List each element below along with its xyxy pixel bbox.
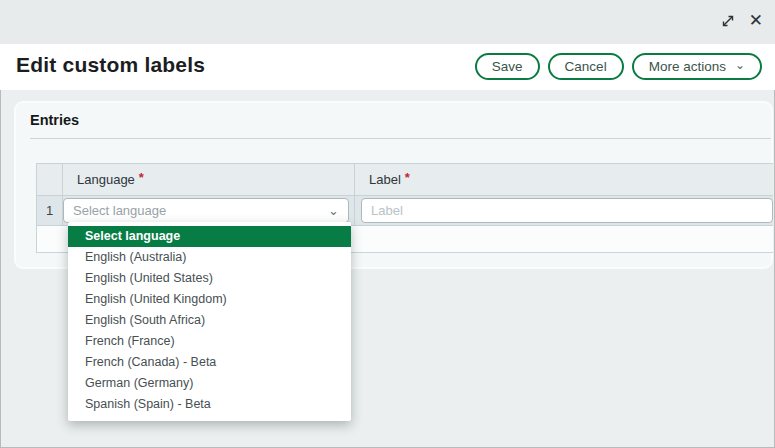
chevron-down-icon: ⌄ (735, 60, 745, 70)
window-controls: ✕ (719, 12, 763, 30)
label-column-label: Label (369, 172, 401, 187)
entries-divider (30, 138, 771, 139)
expand-icon[interactable] (719, 12, 737, 30)
cancel-button[interactable]: Cancel (548, 53, 624, 80)
save-button[interactable]: Save (475, 53, 540, 80)
row-number-header-cell (37, 164, 63, 195)
dropdown-option[interactable]: French (France) (68, 331, 351, 352)
dropdown-option[interactable]: French (Canada) - Beta (68, 352, 351, 373)
dialog-header: Edit custom labels Save Cancel More acti… (0, 44, 775, 90)
required-asterisk: * (405, 170, 410, 185)
dropdown-option[interactable]: German (Germany) (68, 373, 351, 394)
dialog-titlebar: ✕ (0, 0, 775, 44)
more-actions-button[interactable]: More actions ⌄ (632, 53, 762, 80)
row-number: 1 (46, 203, 53, 218)
language-dropdown: Select languageEnglish (Australia)Englis… (68, 222, 351, 421)
edit-custom-labels-dialog: ✕ Edit custom labels Save Cancel More ac… (0, 0, 775, 448)
dropdown-option[interactable]: English (United States) (68, 268, 351, 289)
chevron-down-icon: ⌄ (328, 203, 339, 218)
header-actions: Save Cancel More actions ⌄ (475, 53, 762, 80)
language-column-label: Language (77, 172, 135, 187)
entries-heading: Entries (30, 112, 79, 128)
dropdown-option[interactable]: English (United Kingdom) (68, 289, 351, 310)
dropdown-option[interactable]: English (South Africa) (68, 310, 351, 331)
dropdown-option[interactable]: Spanish (Spain) - Beta (68, 394, 351, 415)
more-actions-label: More actions (649, 59, 726, 74)
language-select-placeholder: Select language (64, 203, 166, 218)
close-icon[interactable]: ✕ (749, 12, 763, 30)
language-header-cell: Language * (63, 164, 355, 195)
dropdown-option[interactable]: Select language (68, 226, 351, 247)
language-cell: Select language ⌄ (63, 196, 355, 225)
label-cell (355, 196, 773, 225)
required-asterisk: * (139, 170, 144, 185)
label-header-cell: Label * (355, 164, 773, 195)
table-header-row: Language * Label * (37, 164, 773, 196)
dropdown-option[interactable]: English (Australia) (68, 247, 351, 268)
language-select[interactable]: Select language ⌄ (63, 198, 349, 223)
page-title: Edit custom labels (16, 53, 205, 77)
label-input[interactable] (361, 198, 773, 223)
row-number-cell: 1 (37, 196, 63, 225)
